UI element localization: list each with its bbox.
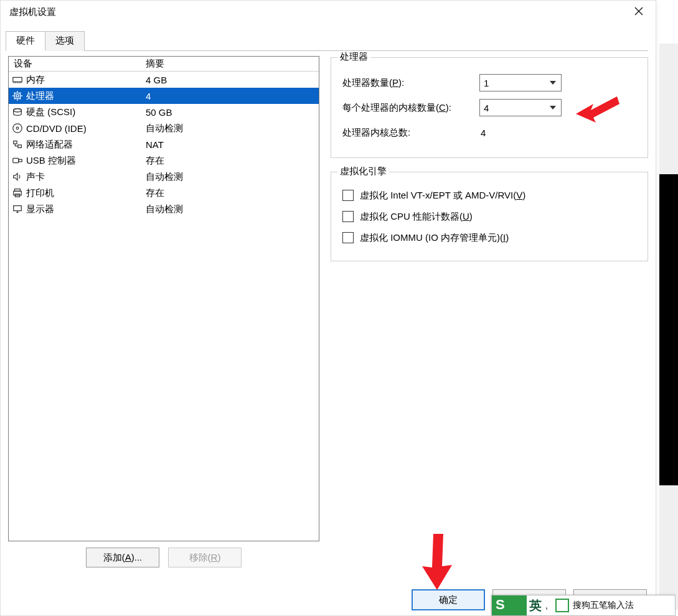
close-button[interactable] bbox=[626, 2, 652, 21]
device-row[interactable]: 显示器 自动检测 bbox=[9, 201, 319, 217]
usb-icon bbox=[11, 154, 24, 167]
close-icon bbox=[634, 7, 643, 17]
cpu-count-combo-wrap: 1 bbox=[479, 74, 562, 91]
device-row[interactable]: 网络适配器 NAT bbox=[9, 136, 319, 152]
tabs-wrap: 硬件 选项 bbox=[1, 23, 656, 51]
device-row[interactable]: CD/DVD (IDE) 自动检测 bbox=[9, 120, 319, 136]
nic-icon bbox=[11, 138, 24, 151]
display-icon bbox=[11, 203, 24, 215]
remove-device-label: 移除(R) bbox=[189, 552, 221, 562]
device-summary: 自动检测 bbox=[144, 171, 319, 183]
checkbox-icon[interactable] bbox=[342, 190, 354, 201]
device-name: 硬盘 (SCSI) bbox=[26, 106, 75, 118]
device-name: 声卡 bbox=[26, 171, 45, 183]
svg-rect-11 bbox=[14, 191, 22, 195]
vm-settings-window: 虚拟机设置 硬件 选项 设备 摘要 内存 4 GB bbox=[0, 0, 656, 616]
cpu-cores-label: 每个处理器的内核数量(C): bbox=[342, 102, 479, 114]
svg-rect-8 bbox=[13, 158, 19, 162]
device-name: 显示器 bbox=[26, 203, 54, 215]
cpu-count-row: 处理器数量(P): 1 bbox=[342, 70, 636, 95]
tab-options[interactable]: 选项 bbox=[45, 31, 85, 51]
ime-text: 搜狗五笔输入法 bbox=[573, 600, 634, 611]
device-rows: 内存 4 GB 处理器 4 硬盘 (SCSI) 50 GB CD/DVD (ID… bbox=[9, 72, 319, 217]
printer-icon bbox=[11, 187, 24, 199]
ok-button[interactable]: 确定 bbox=[412, 589, 485, 610]
virt-iommu-row[interactable]: 虚拟化 IOMMU (IO 内存管理单元)(I) bbox=[342, 227, 636, 248]
device-list-buttons: 添加(A)... 移除(R) bbox=[8, 548, 319, 567]
cpu-cores-combo[interactable]: 4 bbox=[479, 99, 562, 116]
device-row[interactable]: 内存 4 GB bbox=[9, 72, 319, 88]
cpu-total-row: 处理器内核总数: 4 bbox=[342, 120, 636, 145]
device-name: USB 控制器 bbox=[26, 155, 76, 167]
checkbox-icon[interactable] bbox=[342, 232, 354, 243]
device-row[interactable]: 处理器 4 bbox=[9, 88, 319, 104]
body-area: 设备 摘要 内存 4 GB 处理器 4 硬盘 (SCSI) 50 GB CD/D… bbox=[1, 51, 656, 570]
device-summary: 自动检测 bbox=[144, 203, 319, 215]
device-name: 打印机 bbox=[26, 187, 54, 199]
header-summary: 摘要 bbox=[144, 58, 319, 70]
svg-point-5 bbox=[16, 127, 19, 129]
cpu-total-label: 处理器内核总数: bbox=[342, 127, 479, 139]
svg-rect-13 bbox=[14, 206, 22, 211]
sound-icon bbox=[11, 170, 24, 183]
cpu-count-label: 处理器数量(P): bbox=[342, 77, 479, 89]
cpu-count-combo[interactable]: 1 bbox=[479, 74, 562, 91]
add-device-label: 添加(A)... bbox=[103, 552, 143, 562]
virt-group-title: 虚拟化引擎 bbox=[337, 166, 389, 177]
cpu-groupbox: 处理器 处理器数量(P): 1 每个处理 bbox=[331, 57, 648, 158]
tab-hardware[interactable]: 硬件 bbox=[6, 31, 45, 51]
device-name: CD/DVD (IDE) bbox=[26, 123, 87, 134]
ime-square-icon bbox=[555, 599, 569, 612]
device-summary: NAT bbox=[144, 139, 319, 150]
virt-vtx-row[interactable]: 虚拟化 Intel VT-x/EPT 或 AMD-V/RVI(V) bbox=[342, 185, 636, 206]
add-device-button[interactable]: 添加(A)... bbox=[86, 548, 159, 567]
svg-rect-0 bbox=[13, 77, 22, 82]
window-title: 虚拟机设置 bbox=[9, 6, 56, 18]
device-row[interactable]: 硬盘 (SCSI) 50 GB bbox=[9, 104, 319, 120]
svg-rect-1 bbox=[15, 93, 21, 99]
cpu-group-title: 处理器 bbox=[337, 51, 370, 63]
tabs: 硬件 选项 bbox=[6, 30, 648, 51]
device-list-header: 设备 摘要 bbox=[9, 57, 319, 72]
device-name: 网络适配器 bbox=[26, 139, 73, 151]
svg-point-3 bbox=[14, 109, 22, 112]
virt-cpucnt-row[interactable]: 虚拟化 CPU 性能计数器(U) bbox=[342, 206, 636, 227]
svg-rect-2 bbox=[16, 95, 19, 97]
header-device: 设备 bbox=[9, 58, 144, 70]
device-row[interactable]: 声卡 自动检测 bbox=[9, 169, 319, 185]
virt-iommu-label: 虚拟化 IOMMU (IO 内存管理单元)(I) bbox=[360, 232, 509, 244]
device-row[interactable]: USB 控制器 存在 bbox=[9, 152, 319, 169]
checkbox-icon[interactable] bbox=[342, 211, 354, 222]
device-summary: 存在 bbox=[144, 187, 319, 199]
device-name: 处理器 bbox=[26, 90, 54, 102]
ime-indicator[interactable]: 英 , 搜狗五笔输入法 bbox=[491, 595, 676, 616]
svg-rect-7 bbox=[18, 145, 21, 148]
device-list[interactable]: 设备 摘要 内存 4 GB 处理器 4 硬盘 (SCSI) 50 GB CD/D… bbox=[8, 56, 319, 541]
virt-engine-groupbox: 虚拟化引擎 虚拟化 Intel VT-x/EPT 或 AMD-V/RVI(V) … bbox=[331, 172, 648, 261]
svg-rect-9 bbox=[19, 159, 22, 162]
background-stray-panel bbox=[659, 44, 678, 610]
right-panel: 处理器 处理器数量(P): 1 每个处理 bbox=[331, 56, 648, 567]
svg-rect-6 bbox=[14, 141, 17, 144]
disk-icon bbox=[11, 106, 24, 118]
device-row[interactable]: 打印机 存在 bbox=[9, 185, 319, 201]
virt-vtx-label: 虚拟化 Intel VT-x/EPT 或 AMD-V/RVI(V) bbox=[360, 190, 525, 202]
memory-icon bbox=[11, 73, 24, 86]
titlebar: 虚拟机设置 bbox=[1, 1, 656, 23]
device-summary: 4 bbox=[144, 91, 319, 101]
svg-point-4 bbox=[13, 124, 22, 133]
cpu-icon bbox=[11, 90, 24, 102]
ime-logo-icon bbox=[492, 595, 527, 615]
cd-icon bbox=[11, 122, 24, 134]
cpu-cores-row: 每个处理器的内核数量(C): 4 bbox=[342, 95, 636, 120]
ime-lang: 英 bbox=[529, 597, 542, 614]
device-name: 内存 bbox=[26, 74, 45, 86]
virt-cpucnt-label: 虚拟化 CPU 性能计数器(U) bbox=[360, 211, 473, 223]
device-summary: 自动检测 bbox=[144, 123, 319, 134]
device-summary: 存在 bbox=[144, 155, 319, 167]
cpu-cores-combo-wrap: 4 bbox=[479, 99, 562, 116]
device-summary: 50 GB bbox=[144, 107, 319, 118]
device-summary: 4 GB bbox=[144, 75, 319, 85]
left-panel: 设备 摘要 内存 4 GB 处理器 4 硬盘 (SCSI) 50 GB CD/D… bbox=[8, 56, 319, 567]
remove-device-button: 移除(R) bbox=[168, 548, 242, 567]
